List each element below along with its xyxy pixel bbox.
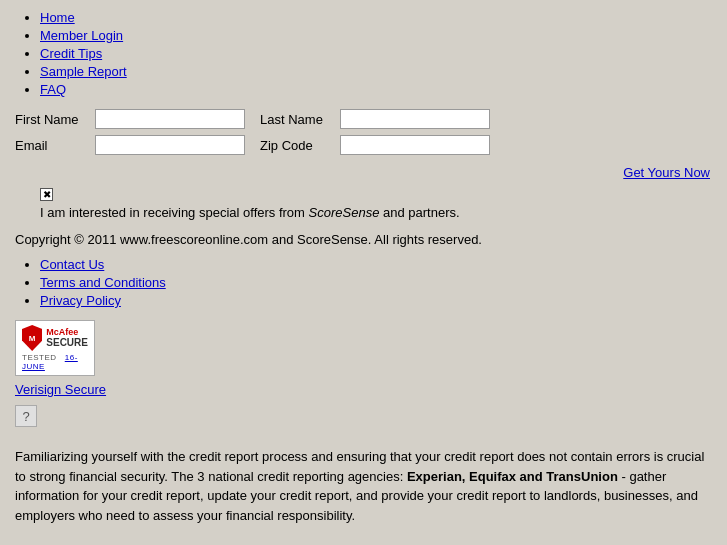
form-row-name: First Name Last Name bbox=[15, 109, 712, 129]
first-name-input[interactable] bbox=[95, 109, 245, 129]
nav-item-credit-tips[interactable]: Credit Tips bbox=[40, 46, 712, 61]
nav-item-faq[interactable]: FAQ bbox=[40, 82, 712, 97]
zip-code-input[interactable] bbox=[340, 135, 490, 155]
offer-checkbox[interactable]: ✖ bbox=[40, 188, 53, 201]
get-yours-link[interactable]: Get Yours Now bbox=[623, 165, 710, 180]
nav-link-sample-report[interactable]: Sample Report bbox=[40, 64, 127, 79]
footer-item-terms[interactable]: Terms and Conditions bbox=[40, 275, 712, 290]
footer-link-privacy[interactable]: Privacy Policy bbox=[40, 293, 121, 308]
footer-list: Contact Us Terms and Conditions Privacy … bbox=[15, 257, 712, 308]
nav-item-sample-report[interactable]: Sample Report bbox=[40, 64, 712, 79]
footer-item-privacy[interactable]: Privacy Policy bbox=[40, 293, 712, 308]
nav-link-home[interactable]: Home bbox=[40, 10, 75, 25]
offer-text-after: and partners. bbox=[383, 205, 460, 220]
zip-code-label: Zip Code bbox=[260, 138, 340, 153]
offer-text-item: I am interested in receiving special off… bbox=[40, 205, 712, 220]
get-yours-row: Get Yours Now bbox=[15, 165, 712, 180]
offer-list-item: ✖ bbox=[40, 188, 712, 201]
form-row-email: Email Zip Code bbox=[15, 135, 712, 155]
nav-link-credit-tips[interactable]: Credit Tips bbox=[40, 46, 102, 61]
offer-text-before: I am interested in receiving special off… bbox=[40, 205, 305, 220]
mcafee-brand: McAfee bbox=[46, 328, 88, 338]
nav-item-member-login[interactable]: Member Login bbox=[40, 28, 712, 43]
email-label: Email bbox=[15, 138, 95, 153]
footer-link-contact[interactable]: Contact Us bbox=[40, 257, 104, 272]
mcafee-secure: SECURE bbox=[46, 337, 88, 348]
last-name-input[interactable] bbox=[340, 109, 490, 129]
mcafee-tested-label: TESTED bbox=[22, 353, 57, 362]
email-input[interactable] bbox=[95, 135, 245, 155]
nav-link-faq[interactable]: FAQ bbox=[40, 82, 66, 97]
mcafee-shield-icon: M bbox=[22, 325, 42, 351]
footer-link-terms[interactable]: Terms and Conditions bbox=[40, 275, 166, 290]
mcafee-badge[interactable]: M McAfee SECURE TESTED 16-JUNE bbox=[15, 320, 95, 376]
last-name-label: Last Name bbox=[260, 112, 340, 127]
offer-text: I am interested in receiving special off… bbox=[40, 205, 460, 220]
nav-item-home[interactable]: Home bbox=[40, 10, 712, 25]
offer-brand: ScoreSense bbox=[309, 205, 380, 220]
offer-list: ✖ I am interested in receiving special o… bbox=[15, 188, 712, 220]
signup-form: First Name Last Name Email Zip Code bbox=[15, 109, 712, 155]
nav-link-member-login[interactable]: Member Login bbox=[40, 28, 123, 43]
description-bold: Experian, Equifax and TransUnion bbox=[407, 469, 618, 484]
description-text: Familiarizing yourself with the credit r… bbox=[15, 447, 712, 525]
mcafee-tested-row: TESTED 16-JUNE bbox=[22, 353, 88, 371]
mcafee-logo: M McAfee SECURE bbox=[22, 325, 88, 351]
footer-item-contact[interactable]: Contact Us bbox=[40, 257, 712, 272]
first-name-label: First Name bbox=[15, 112, 95, 127]
copyright-text: Copyright © 2011 www.freescoreonline.com… bbox=[15, 232, 712, 247]
mcafee-text: McAfee SECURE bbox=[46, 328, 88, 349]
verisign-link[interactable]: Verisign Secure bbox=[15, 382, 712, 397]
offer-checkbox-row: ✖ bbox=[40, 188, 53, 201]
nav-list: Home Member Login Credit Tips Sample Rep… bbox=[15, 10, 712, 97]
question-icon[interactable]: ? bbox=[15, 405, 37, 427]
